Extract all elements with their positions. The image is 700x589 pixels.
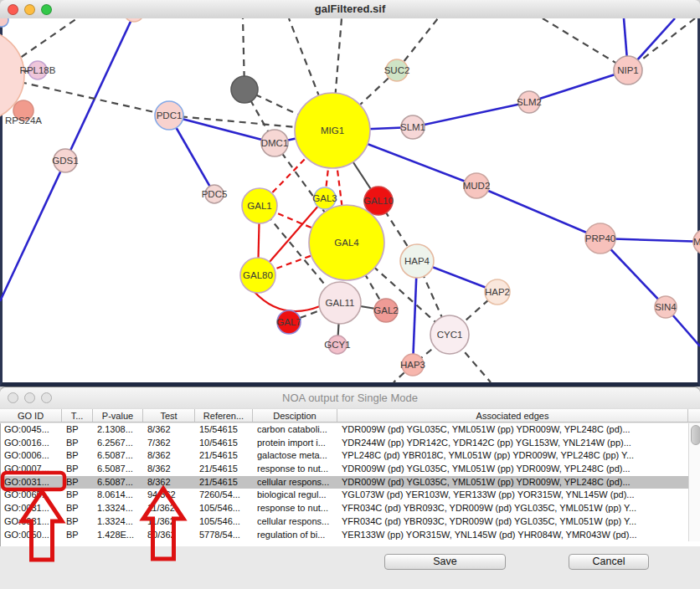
cell: protein import i... xyxy=(254,437,338,450)
cell: 7260/54... xyxy=(196,489,254,502)
table-body[interactable]: GO:0045...BP2.1308...8/36215/54615carbon… xyxy=(0,423,700,546)
cell: YDR009W (pd) YGL035C, YML051W (pp) YDR00… xyxy=(338,423,689,437)
node-label: MUD2 xyxy=(463,181,491,191)
table-row[interactable]: GO:0045...BP2.1308...8/36215/54615carbon… xyxy=(1,423,700,437)
node-label: GAL10 xyxy=(363,196,394,206)
node-label: GAL80 xyxy=(243,270,273,280)
cell: YGL073W (pd) YER103W, YER133W (pp) YOR31… xyxy=(338,489,689,502)
noa-window-titlebar[interactable]: NOA output for Single Mode xyxy=(0,387,700,409)
cell: GO:0016... xyxy=(1,437,63,450)
node-label: HAP2 xyxy=(485,287,510,297)
node-label: GAL1 xyxy=(247,201,271,211)
table-row[interactable]: GO:0006...BP6.5087...8/36221/54615galact… xyxy=(1,449,700,463)
node-label: HAP3 xyxy=(400,360,425,370)
cell: 80/362 xyxy=(144,529,196,542)
network-edge[interactable] xyxy=(12,18,77,64)
network-edge[interactable] xyxy=(529,70,628,102)
cell: 11/362 xyxy=(144,515,196,529)
cell: 1.428E... xyxy=(94,529,144,542)
column-header[interactable]: P-value xyxy=(93,409,143,422)
cell: 21/54615 xyxy=(196,476,254,489)
cell: GO:0050... xyxy=(1,529,63,542)
cell: carbon cataboli... xyxy=(254,423,338,437)
node-label: MIG1 xyxy=(321,125,344,136)
cell: BP xyxy=(63,449,94,463)
cell: BP xyxy=(63,489,94,502)
cell: 8.0614... xyxy=(94,489,144,502)
column-header[interactable]: Referen... xyxy=(195,409,253,422)
cell: 21/54615 xyxy=(196,463,254,476)
network-window-title: galFiltered.sif xyxy=(0,3,700,15)
table-row[interactable]: GO:0065...BP8.0614...94/3627260/54...bio… xyxy=(1,489,700,502)
network-edge[interactable] xyxy=(413,102,529,127)
table-row[interactable]: GO:0031...BP1.3324...11/362105/546...cel… xyxy=(1,515,700,529)
network-edge[interactable] xyxy=(543,18,628,70)
node-label: SUC2 xyxy=(384,65,410,75)
cell: galactose meta... xyxy=(254,449,338,463)
cell: 5778/54... xyxy=(196,529,254,542)
save-button[interactable]: Save xyxy=(384,554,506,570)
cell: BP xyxy=(63,529,94,542)
scrollbar-thumb[interactable] xyxy=(691,425,700,445)
cancel-button[interactable]: Cancel xyxy=(569,554,649,570)
cell: GO:0031... xyxy=(1,502,63,515)
cell: 105/546... xyxy=(196,502,254,515)
node-label: PRP40 xyxy=(585,233,615,243)
cell: 6.5087... xyxy=(94,449,144,463)
node[interactable] xyxy=(0,18,8,27)
cell: 6.5087... xyxy=(94,476,144,489)
node-label: SLM1 xyxy=(400,122,425,132)
network-graph: RPL18BRPS24AGDS1PDC1DMC1MIG1SLM1SUC2SLM2… xyxy=(0,18,700,387)
cell: YDR244W (pp) YDR142C, YDR142C (pp) YGL15… xyxy=(338,437,689,450)
node-label: HAP4 xyxy=(404,256,430,266)
node-label: RPL18B xyxy=(20,65,56,75)
node-label: PDC1 xyxy=(157,110,183,120)
node-label: GDS1 xyxy=(52,156,78,166)
node-label: SLM2 xyxy=(517,97,542,107)
node-label: RPS24A xyxy=(5,115,42,125)
table-row[interactable]: GO:0031...BP1.3324...11/362105/546...res… xyxy=(1,502,700,515)
node[interactable] xyxy=(124,18,144,22)
table-row[interactable]: GO:0007...BP6.5087...8/36221/54615respon… xyxy=(1,463,700,476)
column-header[interactable]: Test xyxy=(143,409,195,422)
cell: YFR034C (pd) YBR093C, YDR009W (pd) YGL03… xyxy=(338,515,689,529)
column-header[interactable]: GO ID xyxy=(0,409,62,422)
network-canvas[interactable]: RPL18BRPS24AGDS1PDC1DMC1MIG1SLM1SUC2SLM2… xyxy=(0,18,700,387)
column-header[interactable]: T... xyxy=(62,409,93,422)
cell: 10/54615 xyxy=(196,437,254,450)
cell: 8/362 xyxy=(144,449,196,463)
node-label: GAL2 xyxy=(373,305,398,315)
vertical-scrollbar[interactable] xyxy=(688,423,700,541)
cell: YER133W (pp) YOR315W, YNL145W (pd) YHR08… xyxy=(338,529,689,542)
cell: 1.3324... xyxy=(94,515,144,529)
cell: BP xyxy=(63,423,94,437)
network-window-titlebar[interactable]: galFiltered.sif xyxy=(0,0,700,19)
cell: 7/362 xyxy=(144,437,196,450)
node-label: NIP1 xyxy=(617,65,639,75)
cell: GO:0031... xyxy=(1,515,63,529)
cell: cellular respons... xyxy=(254,515,338,529)
column-header[interactable]: Desciption xyxy=(253,409,337,422)
cell: BP xyxy=(63,476,94,489)
node[interactable] xyxy=(231,76,258,103)
cell: regulation of bi... xyxy=(254,529,338,542)
table-row[interactable]: GO:0016...BP6.2567...7/36210/54615protei… xyxy=(1,437,700,450)
table-row[interactable]: GO:0031...BP6.5087...8/36221/54615cellul… xyxy=(1,476,700,489)
network-edge[interactable] xyxy=(476,186,600,238)
node-label: GAL3 xyxy=(312,193,337,203)
network-edge[interactable] xyxy=(254,291,320,311)
table-row[interactable]: GO:0050...BP1.428E...80/3625778/54...reg… xyxy=(1,529,700,542)
cell: YPL248C (pd) YBR018C, YML051W (pp) YDR00… xyxy=(338,449,689,463)
node-label: SIN4 xyxy=(655,302,677,312)
cell: GO:0045... xyxy=(1,423,63,437)
cell: BP xyxy=(63,463,94,476)
node-label: GAL4 xyxy=(334,238,359,248)
cell: 21/54615 xyxy=(196,449,254,463)
node-label: MSL1 xyxy=(693,237,700,247)
cell: biological regul... xyxy=(254,489,338,502)
network-window: galFiltered.sif RPL18BRPS24AGDS1PDC1DMC1… xyxy=(0,0,700,387)
cell: 8/362 xyxy=(144,423,196,437)
column-header[interactable]: Associated edges xyxy=(337,409,688,422)
network-edge[interactable] xyxy=(20,82,169,115)
cell: BP xyxy=(63,437,94,450)
